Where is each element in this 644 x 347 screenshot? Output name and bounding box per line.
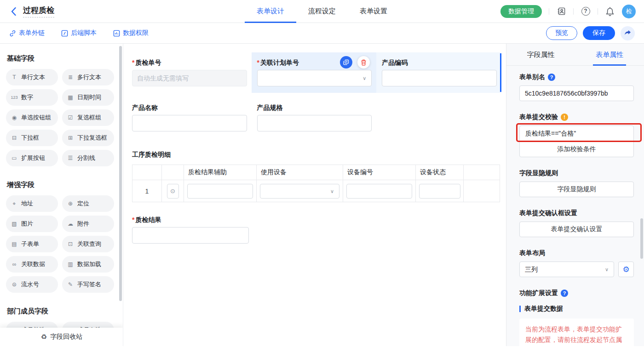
help-badge-icon[interactable]: ?: [548, 74, 555, 81]
tab-form-design[interactable]: 表单设计: [245, 0, 296, 23]
field-type-linked-data[interactable]: ∞关联数据: [6, 256, 58, 273]
share-arrow-icon: [624, 30, 631, 36]
field-qc-result[interactable]: 质检结果: [132, 215, 249, 244]
single-line-text-icon: T: [11, 74, 18, 80]
field-type-checkbox-group[interactable]: ☑复选框组: [62, 109, 114, 126]
device-status-input[interactable]: [419, 184, 460, 199]
form-alias-label: 表单别名: [519, 73, 545, 81]
tab-field-properties[interactable]: 字段属性: [506, 44, 575, 65]
field-recycle-bin[interactable]: ♻ 字段回收站: [0, 328, 123, 346]
sidebar-scrollbar[interactable]: [119, 46, 122, 301]
layout-select[interactable]: 三列 ∨: [519, 262, 614, 277]
number-icon: 123: [11, 95, 18, 100]
qc-result-helper-input[interactable]: [187, 184, 253, 199]
panel-scrollbar[interactable]: [640, 218, 643, 259]
field-type-dropdown[interactable]: ⊟下拉框: [6, 130, 58, 146]
warning-badge-icon[interactable]: !: [561, 114, 568, 121]
product-code-input[interactable]: [382, 70, 497, 86]
form-row-2: 产品名称 产品规格: [126, 97, 501, 138]
subform-radio-field[interactable]: ⊙: [167, 184, 179, 199]
field-type-lookup-query[interactable]: ⊡关联查询: [62, 236, 114, 252]
section-title-member-fields: 部门成员字段: [7, 307, 123, 316]
qc-result-input[interactable]: [132, 227, 249, 244]
submit-confirm-button[interactable]: 表单提交确认设置: [519, 222, 634, 237]
field-type-divider[interactable]: ☰分割线: [62, 150, 114, 166]
avatar[interactable]: 检: [622, 5, 636, 18]
trash-icon: [361, 59, 367, 66]
section-tick: [519, 306, 521, 312]
properties-panel: 字段属性 表单属性 表单别名 ? 表单提交校验 ! 质检结果=="合格" 添加校…: [506, 44, 644, 346]
button-icon: ▭: [11, 155, 18, 161]
field-visibility-button[interactable]: 字段显隐规则: [519, 182, 634, 197]
column-header: 设备编号: [343, 165, 416, 180]
field-type-single-line-text[interactable]: T单行文本: [6, 69, 58, 85]
field-product-name[interactable]: 产品名称: [126, 97, 252, 138]
field-subform-process-qc[interactable]: 工序质检明细 质检结果辅助 使用设备 设备编号 设备状态 1: [132, 150, 501, 202]
multi-line-text-icon: ≣: [67, 74, 74, 80]
plan-number-select[interactable]: ∨: [257, 70, 372, 86]
field-product-spec[interactable]: 产品规格: [252, 97, 377, 138]
field-product-code[interactable]: 产品编码: [376, 52, 501, 93]
chart-icon: ▥: [67, 261, 74, 267]
field-type-signature[interactable]: ✎手写签名: [62, 276, 114, 293]
external-link-action[interactable]: 表单外链: [9, 29, 45, 37]
field-type-datetime[interactable]: ▦日期时间: [62, 89, 114, 106]
notification-bell-icon[interactable]: [605, 6, 615, 17]
product-name-input[interactable]: [132, 115, 247, 131]
divider: [598, 8, 598, 15]
multi-dropdown-icon: ⊞: [67, 135, 74, 141]
device-used-select[interactable]: ∨: [260, 184, 339, 199]
contacts-icon[interactable]: [556, 6, 566, 17]
calendar-icon: ▦: [67, 94, 74, 101]
field-qc-number[interactable]: 质检单号: [126, 52, 252, 93]
backend-script-action[interactable]: 后端脚本: [61, 29, 97, 37]
tab-flow-settings[interactable]: 流程设定: [296, 0, 348, 23]
product-spec-input[interactable]: [257, 115, 372, 131]
field-type-radio-group[interactable]: ◉单选按钮组: [6, 109, 58, 126]
device-number-input[interactable]: [346, 184, 412, 199]
field-type-number[interactable]: 123数字: [6, 89, 58, 106]
field-type-subform[interactable]: ▤子表单: [6, 236, 58, 252]
field-type-multi-line-text[interactable]: ≣多行文本: [62, 69, 114, 85]
copy-field-button[interactable]: [340, 56, 352, 68]
tab-form-settings[interactable]: 表单设置: [348, 0, 399, 23]
share-button[interactable]: [621, 26, 635, 40]
field-plan-number-selected[interactable]: 关联计划单号: [252, 52, 377, 93]
preview-button[interactable]: 预览: [546, 26, 577, 40]
back-icon[interactable]: [8, 6, 18, 17]
field-type-geolocation[interactable]: ⊕定位: [62, 195, 114, 212]
section-title-enhanced-fields: 增强字段: [7, 181, 123, 189]
field-type-extend-button[interactable]: ▭扩展按钮: [6, 150, 58, 166]
field-label: 产品规格: [257, 103, 372, 112]
field-label: 关联计划单号: [257, 58, 299, 67]
layout-gear-button[interactable]: ⚙: [618, 262, 634, 277]
form-alias-input[interactable]: [519, 85, 634, 101]
chevron-down-icon: ∨: [362, 76, 366, 81]
help-badge-icon[interactable]: ?: [561, 290, 568, 297]
save-button[interactable]: 保存: [583, 26, 615, 40]
form-layout-label: 表单布局: [519, 249, 545, 257]
form-canvas[interactable]: 质检单号 关联计划单号: [123, 44, 506, 346]
data-manage-button[interactable]: 数据管理: [500, 5, 542, 18]
copy-icon: [343, 59, 349, 65]
field-type-address[interactable]: ⌖地址: [6, 195, 58, 212]
validation-condition-item[interactable]: 质检结果=="合格": [520, 126, 633, 141]
qc-number-input[interactable]: [132, 70, 247, 86]
delete-field-button[interactable]: [357, 56, 370, 68]
field-type-serial-number[interactable]: ⊜流水号: [6, 276, 58, 293]
help-icon[interactable]: ?: [581, 6, 591, 17]
tab-form-properties[interactable]: 表单属性: [575, 44, 644, 65]
field-type-data-load[interactable]: ▥数据加载: [62, 256, 114, 273]
field-type-attachment[interactable]: ☁附件: [62, 216, 114, 232]
field-type-image[interactable]: ▧图片: [6, 216, 58, 232]
page-title[interactable]: 过程质检: [23, 5, 54, 17]
lookup-icon: ⊡: [67, 241, 74, 247]
data-permission-action[interactable]: 数据权限: [113, 29, 149, 37]
divider: [549, 8, 549, 15]
form-toolbar: 表单外链 后端脚本 数据权限 预览 保存: [0, 23, 644, 44]
field-type-multi-dropdown[interactable]: ⊞下拉复选框: [62, 130, 114, 146]
row-number: 1: [132, 180, 162, 202]
section-title-basic-fields: 基础字段: [7, 54, 123, 63]
add-validation-condition-button[interactable]: 添加校验条件: [520, 141, 633, 157]
form-row-1: 质检单号 关联计划单号: [126, 52, 501, 93]
